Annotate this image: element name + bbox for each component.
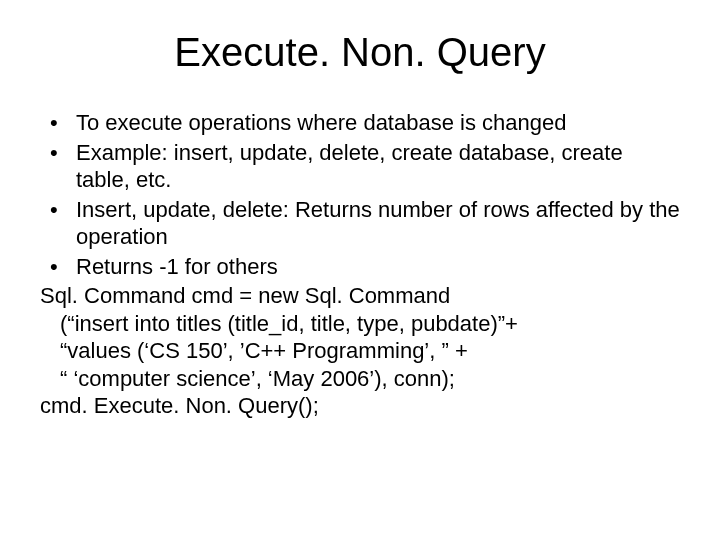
code-line: “ ‘computer science’, ‘May 2006’), conn)… <box>40 365 680 393</box>
list-item: To execute operations where database is … <box>40 109 680 137</box>
bullet-list: To execute operations where database is … <box>40 109 680 280</box>
code-line: Sql. Command cmd = new Sql. Command <box>40 282 680 310</box>
list-item: Example: insert, update, delete, create … <box>40 139 680 194</box>
code-line: “values (‘CS 150’, ’C++ Programming’, ” … <box>40 337 680 365</box>
list-item: Insert, update, delete: Returns number o… <box>40 196 680 251</box>
slide-title: Execute. Non. Query <box>40 30 680 75</box>
code-block: Sql. Command cmd = new Sql. Command (“in… <box>40 282 680 420</box>
list-item: Returns -1 for others <box>40 253 680 281</box>
code-line: cmd. Execute. Non. Query(); <box>40 392 680 420</box>
code-line: (“insert into titles (title_id, title, t… <box>40 310 680 338</box>
slide-body: To execute operations where database is … <box>40 109 680 420</box>
slide: Execute. Non. Query To execute operation… <box>0 0 720 540</box>
